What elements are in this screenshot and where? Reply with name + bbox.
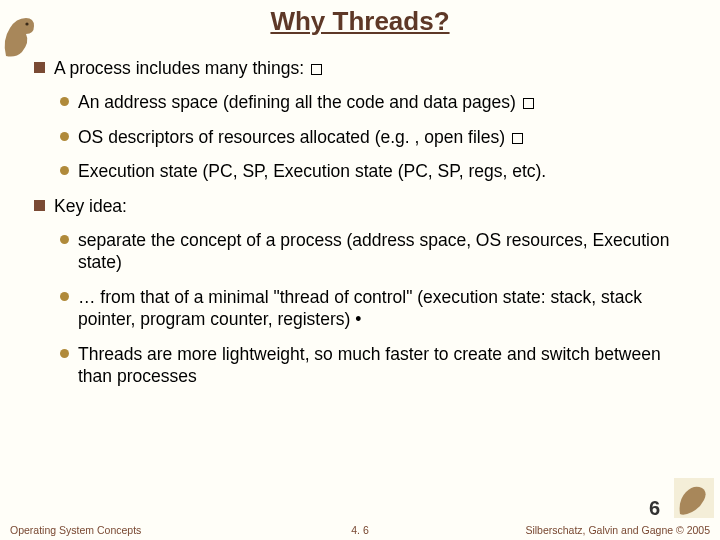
subbullet-execution-state: Execution state (PC, SP, Execution state… <box>76 160 686 182</box>
bullet-text: An address space (defining all the code … <box>78 92 521 112</box>
subbullet-threads-lightweight: Threads are more lightweight, so much fa… <box>76 343 686 388</box>
footer-center: 4. 6 <box>351 524 369 536</box>
footer-right: Silberschatz, Galvin and Gagne © 2005 <box>525 524 710 536</box>
box-glyph <box>512 133 523 144</box>
bullet-text: OS descriptors of resources allocated (e… <box>78 127 510 147</box>
subbullet-separate-concept: separate the concept of a process (addre… <box>76 229 686 274</box>
slide-footer: Operating System Concepts 4. 6 Silbersch… <box>0 524 720 536</box>
subbullet-address-space: An address space (defining all the code … <box>76 91 686 113</box>
bullet-key-idea: Key idea: <box>54 195 686 217</box>
box-glyph <box>523 98 534 109</box>
dinosaur-decor-right-icon <box>674 478 714 518</box>
slide-title: Why Threads? <box>0 0 720 47</box>
bullet-text: Key idea: <box>54 196 127 216</box>
footer-left: Operating System Concepts <box>10 524 141 536</box>
bullet-text: A process includes many things: <box>54 58 309 78</box>
subbullet-os-descriptors: OS descriptors of resources allocated (e… <box>76 126 686 148</box>
bullet-text: Threads are more lightweight, so much fa… <box>78 344 661 386</box>
bullet-text: Execution state (PC, SP, Execution state… <box>78 161 546 181</box>
bullet-text: separate the concept of a process (addre… <box>78 230 669 272</box>
slide-body: A process includes many things: An addre… <box>0 57 720 387</box>
page-number-large: 6 <box>649 497 660 520</box>
bullet-text: … from that of a minimal "thread of cont… <box>78 287 642 329</box>
bullet-process-includes: A process includes many things: <box>54 57 686 79</box>
box-glyph <box>311 64 322 75</box>
svg-point-0 <box>25 22 28 25</box>
subbullet-thread-of-control: … from that of a minimal "thread of cont… <box>76 286 686 331</box>
dinosaur-decor-left-icon <box>0 12 40 60</box>
